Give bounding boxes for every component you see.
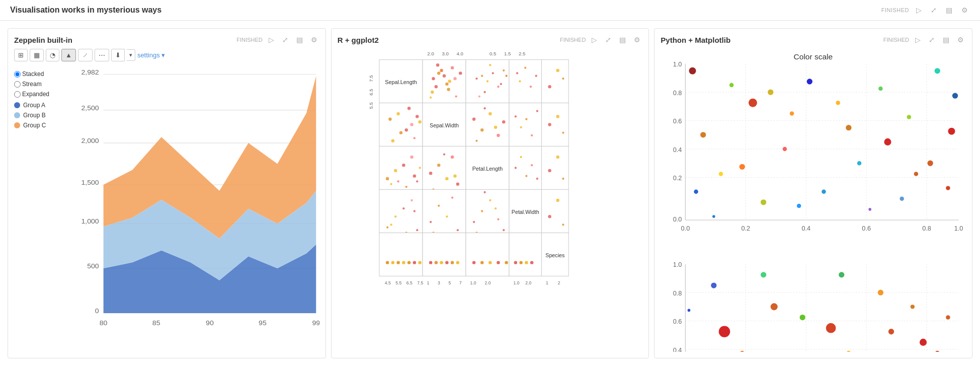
group-b-dot — [14, 112, 20, 118]
svg-point-104 — [386, 177, 389, 180]
group-b-legend: Group B — [14, 112, 74, 119]
group-b-label: Group B — [23, 112, 46, 119]
line-chart-btn[interactable]: ⟋ — [78, 49, 93, 61]
svg-point-73 — [396, 112, 399, 115]
svg-point-44 — [447, 88, 450, 91]
svg-text:1.0: 1.0 — [673, 261, 682, 268]
svg-point-85 — [472, 118, 475, 121]
area-chart-btn[interactable]: ▲ — [61, 49, 76, 61]
svg-point-80 — [413, 137, 415, 139]
ggplot-table-btn[interactable]: ▤ — [617, 35, 628, 45]
svg-point-43 — [436, 63, 439, 66]
svg-point-289 — [911, 305, 915, 309]
top-settings-button[interactable]: ⚙ — [959, 5, 970, 15]
scatter-chart-btn[interactable]: ⋯ — [95, 49, 109, 61]
zeppelin-status: FINISHED — [236, 37, 262, 43]
svg-point-145 — [430, 221, 432, 223]
svg-point-302 — [920, 339, 927, 346]
svg-text:Petal.Length: Petal.Length — [472, 166, 502, 172]
matplotlib-play-btn[interactable]: ▷ — [913, 35, 923, 45]
svg-text:2,500: 2,500 — [81, 104, 99, 111]
svg-point-87 — [488, 112, 492, 115]
svg-text:4.5: 4.5 — [384, 280, 390, 285]
svg-point-59 — [478, 95, 480, 97]
svg-text:1.0: 1.0 — [470, 280, 476, 285]
svg-point-128 — [525, 175, 527, 177]
svg-point-110 — [405, 186, 407, 188]
svg-point-105 — [394, 169, 397, 172]
top-expand-button[interactable]: ⤢ — [929, 5, 939, 15]
zeppelin-play-btn[interactable]: ▷ — [267, 35, 276, 45]
svg-point-149 — [456, 229, 458, 231]
svg-point-36 — [442, 74, 445, 78]
svg-point-40 — [445, 83, 448, 86]
top-table-button[interactable]: ▤ — [944, 5, 954, 15]
svg-text:1: 1 — [546, 280, 548, 285]
pie-chart-btn[interactable]: ◔ — [46, 49, 59, 61]
svg-point-182 — [472, 261, 475, 264]
top-play-button[interactable]: ▷ — [914, 5, 924, 15]
svg-point-241 — [822, 189, 826, 193]
svg-point-176 — [434, 261, 437, 264]
table-view-btn[interactable]: ⊞ — [14, 49, 28, 61]
svg-text:0.5: 0.5 — [489, 51, 496, 56]
stacked-radio-input[interactable] — [14, 71, 21, 78]
settings-label-btn[interactable]: settings ▾ — [137, 51, 165, 59]
svg-text:0.4: 0.4 — [673, 347, 682, 352]
scatter-matrix-container: 2.0 3.0 4.0 0.5 1.5 2.5 7.5 6.5 5.5 Sepa… — [338, 49, 643, 352]
svg-point-113 — [419, 167, 421, 169]
svg-point-249 — [900, 197, 904, 201]
scatter-matrix-svg: 2.0 3.0 4.0 0.5 1.5 2.5 7.5 6.5 5.5 Sepa… — [338, 49, 643, 352]
svg-text:4.0: 4.0 — [456, 51, 463, 56]
expanded-radio-input[interactable] — [14, 91, 21, 98]
svg-point-41 — [451, 66, 454, 69]
svg-point-259 — [952, 93, 958, 99]
svg-point-184 — [488, 261, 492, 264]
matplotlib-expand-btn[interactable]: ⤢ — [927, 35, 937, 45]
svg-point-132 — [548, 169, 551, 172]
ggplot-title: R + ggplot2 — [338, 36, 379, 44]
svg-point-180 — [456, 261, 459, 264]
svg-point-102 — [562, 131, 564, 133]
ggplot-play-btn[interactable]: ▷ — [590, 35, 599, 45]
download-caret-btn[interactable]: ▾ — [127, 49, 135, 61]
svg-point-35 — [437, 71, 440, 74]
svg-point-42 — [431, 91, 434, 94]
svg-point-107 — [410, 156, 413, 159]
svg-point-286 — [826, 323, 836, 333]
ggplot-expand-btn[interactable]: ⤢ — [603, 35, 613, 45]
svg-text:5.5: 5.5 — [395, 280, 401, 285]
svg-point-233 — [807, 79, 812, 84]
svg-rect-67 — [541, 60, 568, 103]
svg-point-74 — [404, 128, 407, 131]
svg-point-163 — [548, 215, 551, 218]
zeppelin-table-btn[interactable]: ▤ — [294, 35, 305, 45]
svg-point-178 — [445, 261, 448, 264]
svg-point-156 — [503, 229, 505, 231]
svg-point-186 — [505, 261, 508, 264]
bar-chart-btn[interactable]: ▦ — [30, 49, 44, 61]
svg-point-45 — [453, 77, 456, 80]
zeppelin-settings-btn[interactable]: ⚙ — [309, 35, 319, 45]
svg-text:80: 80 — [100, 319, 108, 326]
svg-text:95: 95 — [259, 319, 267, 326]
stream-radio-input[interactable] — [14, 81, 21, 88]
matplotlib-settings-btn[interactable]: ⚙ — [955, 35, 966, 45]
svg-point-52 — [486, 80, 488, 82]
zeppelin-expand-btn[interactable]: ⤢ — [280, 35, 290, 45]
area-chart-container: 2,982 2,500 2,000 1,500 1,000 500 0 — [74, 65, 319, 352]
svg-point-188 — [514, 261, 517, 264]
download-btn[interactable]: ⬇ — [111, 49, 125, 61]
svg-text:7.5: 7.5 — [368, 75, 374, 82]
svg-text:Petal.Width: Petal.Width — [511, 209, 539, 215]
svg-rect-71 — [379, 103, 423, 146]
svg-point-112 — [397, 180, 399, 182]
group-c-legend: Group C — [14, 122, 74, 129]
ggplot-settings-btn[interactable]: ⚙ — [632, 35, 642, 45]
svg-point-55 — [503, 69, 505, 71]
svg-text:1.0: 1.0 — [513, 280, 519, 285]
matplotlib-table-btn[interactable]: ▤ — [941, 35, 951, 45]
svg-point-234 — [857, 161, 861, 165]
svg-point-168 — [391, 261, 394, 264]
svg-point-47 — [430, 97, 432, 99]
